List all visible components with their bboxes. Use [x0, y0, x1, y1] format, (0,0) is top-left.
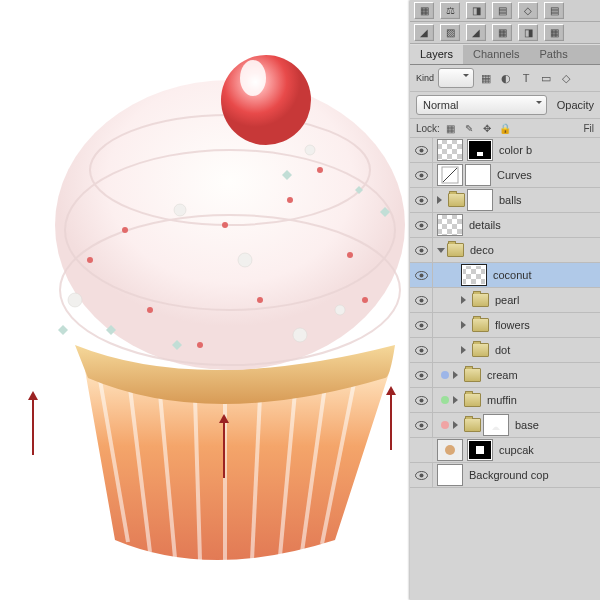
visibility-toggle[interactable] [410, 188, 433, 212]
layer-pearl-group[interactable]: pearl [410, 288, 600, 313]
tool-icon[interactable]: ▦ [492, 24, 512, 41]
layer-curves[interactable]: Curves [410, 163, 600, 188]
svg-point-13 [221, 55, 311, 145]
visibility-toggle[interactable] [410, 263, 433, 287]
lock-move-icon[interactable]: ✥ [480, 121, 494, 135]
visibility-toggle[interactable] [410, 388, 433, 412]
lock-brush-icon[interactable]: ✎ [462, 121, 476, 135]
layer-thumb [437, 139, 463, 161]
svg-point-46 [419, 298, 423, 302]
svg-point-22 [257, 297, 263, 303]
tool-icon[interactable]: ▨ [440, 24, 460, 41]
blend-row: Normal Opacity [410, 92, 600, 119]
svg-point-26 [174, 204, 186, 216]
layer-background-copy[interactable]: Background cop [410, 463, 600, 488]
tool-icon[interactable]: ▤ [544, 2, 564, 19]
tool-icon[interactable]: ▤ [492, 2, 512, 19]
svg-point-42 [419, 248, 423, 252]
tool-icon[interactable]: ▦ [414, 2, 434, 19]
tool-icon[interactable]: ◢ [414, 24, 434, 41]
folder-icon [472, 293, 489, 307]
layer-mask [467, 139, 493, 161]
lock-transparency-icon[interactable]: ▦ [444, 121, 458, 135]
layer-label: Background cop [469, 469, 549, 481]
tool-icon[interactable]: ◨ [518, 24, 538, 41]
visibility-toggle[interactable] [410, 363, 433, 387]
tool-icon[interactable]: ⚖ [440, 2, 460, 19]
lock-row: Lock: ▦ ✎ ✥ 🔒 Fil [410, 119, 600, 138]
folder-icon [472, 318, 489, 332]
expand-icon[interactable] [437, 196, 446, 204]
layer-label: coconut [493, 269, 532, 281]
svg-point-14 [240, 60, 266, 96]
layer-label: pearl [495, 294, 519, 306]
layer-thumb [437, 464, 463, 486]
visibility-toggle[interactable] [410, 138, 433, 162]
tab-layers[interactable]: Layers [410, 45, 463, 64]
visibility-toggle[interactable] [410, 438, 433, 462]
expand-icon[interactable] [453, 421, 462, 429]
svg-point-44 [419, 273, 423, 277]
layer-cupcake[interactable]: cupcak [410, 438, 600, 463]
layer-deco-group[interactable]: deco [410, 238, 600, 263]
kind-select[interactable] [438, 68, 474, 88]
layer-label: dot [495, 344, 510, 356]
collapse-icon[interactable] [437, 248, 445, 257]
visibility-toggle[interactable] [410, 338, 433, 362]
svg-point-19 [287, 197, 293, 203]
layer-muffin-group[interactable]: muffin [410, 388, 600, 413]
layer-cream-group[interactable]: cream [410, 363, 600, 388]
tool-icon[interactable]: ▦ [544, 24, 564, 41]
layer-color-balance[interactable]: color b [410, 138, 600, 163]
layer-dot-group[interactable]: dot [410, 338, 600, 363]
lock-all-icon[interactable]: 🔒 [498, 121, 512, 135]
visibility-toggle[interactable] [410, 213, 433, 237]
layer-thumb [461, 264, 487, 286]
visibility-toggle[interactable] [410, 288, 433, 312]
svg-point-32 [419, 148, 423, 152]
folder-icon [448, 193, 465, 207]
layer-label: color b [499, 144, 532, 156]
visibility-toggle[interactable] [410, 163, 433, 187]
svg-point-50 [419, 348, 423, 352]
layer-base-group[interactable]: base [410, 413, 600, 438]
blend-mode-select[interactable]: Normal [416, 95, 547, 115]
filter-adjust-icon[interactable]: ◐ [498, 70, 514, 86]
layer-label: details [469, 219, 501, 231]
layers-panel: ▦⚖◨▤◇▤ ◢▨◢▦◨▦ Layers Channels Paths Kind… [410, 0, 600, 600]
visibility-toggle[interactable] [410, 313, 433, 337]
svg-rect-59 [476, 446, 484, 454]
layer-details[interactable]: details [410, 213, 600, 238]
svg-point-54 [419, 398, 423, 402]
svg-point-40 [419, 223, 423, 227]
expand-icon[interactable] [461, 321, 470, 329]
svg-point-52 [419, 373, 423, 377]
annotation-arrow-center [223, 418, 225, 478]
layer-label: balls [499, 194, 522, 206]
filter-smart-icon[interactable]: ◇ [558, 70, 574, 86]
layer-balls[interactable]: balls [410, 188, 600, 213]
visibility-toggle[interactable] [410, 413, 433, 437]
visibility-toggle[interactable] [410, 238, 433, 262]
filter-shape-icon[interactable]: ▭ [538, 70, 554, 86]
annotation-arrow-left [32, 395, 34, 455]
kind-label: Kind [416, 73, 434, 83]
tool-icon[interactable]: ◇ [518, 2, 538, 19]
layer-coconut[interactable]: coconut [410, 263, 600, 288]
tab-paths[interactable]: Paths [530, 45, 578, 64]
layer-label: cupcak [499, 444, 534, 456]
svg-point-24 [362, 297, 368, 303]
tool-icon[interactable]: ◢ [466, 24, 486, 41]
svg-point-25 [68, 293, 82, 307]
expand-icon[interactable] [453, 371, 462, 379]
expand-icon[interactable] [453, 396, 462, 404]
tool-icon[interactable]: ◨ [466, 2, 486, 19]
expand-icon[interactable] [461, 296, 470, 304]
expand-icon[interactable] [461, 346, 470, 354]
layer-flowers-group[interactable]: flowers [410, 313, 600, 338]
layer-mask [465, 164, 491, 186]
filter-pixel-icon[interactable]: ▦ [478, 70, 494, 86]
tab-channels[interactable]: Channels [463, 45, 529, 64]
visibility-toggle[interactable] [410, 463, 433, 487]
filter-type-icon[interactable]: T [518, 70, 534, 86]
